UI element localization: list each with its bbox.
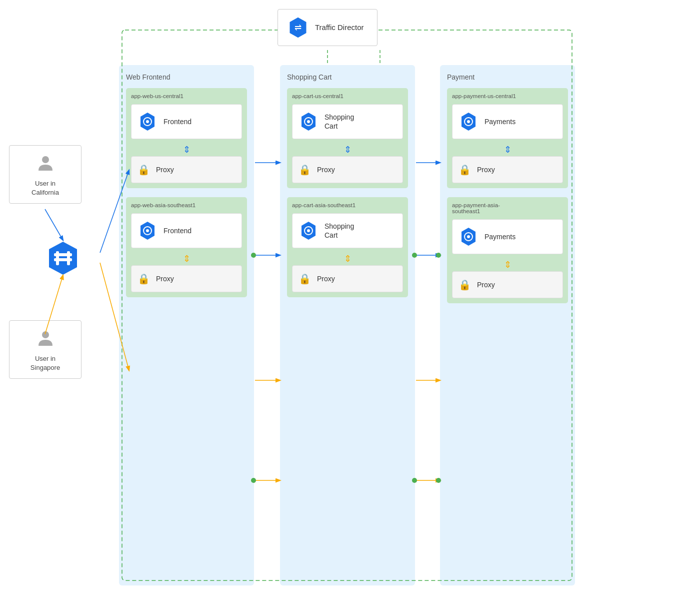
cart-asia-arrow: ⇕ xyxy=(292,252,403,265)
svg-text:⇌: ⇌ xyxy=(294,23,302,32)
proxy-cart-us-box: 🔒 Proxy xyxy=(292,156,403,183)
proxy-web-us-box: 🔒 Proxy xyxy=(131,156,242,183)
svg-point-20 xyxy=(307,229,310,232)
web-frontend-us-service-box: Frontend xyxy=(131,104,242,139)
user-california-box: User inCalifornia xyxy=(9,145,82,204)
proxy-web-asia-label: Proxy xyxy=(156,275,174,283)
user-singapore-box: User inSingapore xyxy=(9,320,82,379)
proxy-payment-us-lock-icon: 🔒 xyxy=(458,164,471,176)
user-california-icon xyxy=(14,154,76,175)
payment-us-central1: app-payment-us-central1 Payments ⇕ 🔒 Pro… xyxy=(447,88,568,188)
proxy-payment-asia-lock-icon: 🔒 xyxy=(458,279,471,291)
traffic-director-box: ⇌ Traffic Director xyxy=(278,9,378,46)
web-frontend-asia-southeast1: app-web-asia-southeast1 Frontend ⇕ 🔒 Pro… xyxy=(126,197,247,297)
cart-us-label: app-cart-us-central1 xyxy=(292,93,403,99)
proxy-cart-asia-label: Proxy xyxy=(317,275,335,283)
payment-asia-southeast1: app-payment-asia-southeast1 Payments ⇕ 🔒… xyxy=(447,197,568,303)
traffic-director-label: Traffic Director xyxy=(315,23,364,33)
diagram-container: ⇌ Traffic Director User inCalifornia Use… xyxy=(0,0,700,598)
frontend-us-icon xyxy=(138,112,158,132)
svg-point-2 xyxy=(42,156,49,163)
payment-us-icon xyxy=(458,112,478,132)
proxy-payment-us-box: 🔒 Proxy xyxy=(452,156,563,183)
proxy-web-asia-box: 🔒 Proxy xyxy=(131,265,242,292)
payment-asia-arrow: ⇕ xyxy=(452,258,563,271)
svg-rect-8 xyxy=(67,251,70,265)
proxy-payment-asia-label: Proxy xyxy=(477,281,495,289)
cart-us-service-box: ShoppingCart xyxy=(292,104,403,139)
payment-us-label-text: Payments xyxy=(484,117,516,126)
web-frontend-column: Web Frontend app-web-us-central1 Fronten… xyxy=(119,65,254,585)
proxy-web-us-lock-icon: 🔒 xyxy=(138,164,150,176)
svg-point-26 xyxy=(467,235,470,238)
payment-us-service-box: Payments xyxy=(452,104,563,139)
cart-us-arrow: ⇕ xyxy=(292,143,403,156)
payment-asia-icon xyxy=(458,227,478,247)
user-singapore-icon xyxy=(14,329,76,350)
payment-title: Payment xyxy=(447,73,568,81)
proxy-payment-asia-box: 🔒 Proxy xyxy=(452,271,563,298)
payment-asia-label: app-payment-asia-southeast1 xyxy=(452,202,563,214)
load-balancer-icon xyxy=(45,240,81,278)
shopping-cart-title: Shopping Cart xyxy=(287,73,408,81)
proxy-web-asia-lock-icon: 🔒 xyxy=(138,273,150,285)
web-frontend-us-label: app-web-us-central1 xyxy=(131,93,242,99)
payment-asia-service-box: Payments xyxy=(452,219,563,254)
svg-point-3 xyxy=(42,331,49,338)
cart-asia-service-box: ShoppingCart xyxy=(292,213,403,248)
proxy-cart-us-lock-icon: 🔒 xyxy=(298,164,311,176)
svg-rect-7 xyxy=(56,251,59,265)
shopping-cart-column: Shopping Cart app-cart-us-central1 Shopp… xyxy=(280,65,415,585)
svg-point-17 xyxy=(307,120,310,123)
cart-us-central1: app-cart-us-central1 ShoppingCart ⇕ 🔒 Pr… xyxy=(287,88,408,188)
payment-asia-label-text: Payments xyxy=(484,232,516,241)
proxy-payment-us-label: Proxy xyxy=(477,166,495,174)
web-frontend-us-central1: app-web-us-central1 Frontend ⇕ 🔒 Proxy xyxy=(126,88,247,188)
proxy-web-us-label: Proxy xyxy=(156,166,174,174)
frontend-asia-arrow: ⇕ xyxy=(131,252,242,265)
proxy-cart-us-label: Proxy xyxy=(317,166,335,174)
frontend-us-label: Frontend xyxy=(164,117,192,126)
cart-asia-label-text: ShoppingCart xyxy=(324,222,354,240)
traffic-director-icon: ⇌ xyxy=(287,17,309,39)
frontend-asia-icon xyxy=(138,221,158,241)
proxy-cart-asia-lock-icon: 🔒 xyxy=(298,273,311,285)
web-frontend-asia-label: app-web-asia-southeast1 xyxy=(131,202,242,208)
payment-us-label: app-payment-us-central1 xyxy=(452,93,563,99)
payment-column: Payment app-payment-us-central1 Payments… xyxy=(440,65,575,585)
cart-us-label-text: ShoppingCart xyxy=(324,113,354,131)
payment-us-arrow: ⇕ xyxy=(452,143,563,156)
frontend-us-arrow: ⇕ xyxy=(131,143,242,156)
svg-point-11 xyxy=(146,120,149,123)
cart-us-icon xyxy=(298,112,318,132)
cart-asia-southeast1: app-cart-asia-southeast1 ShoppingCart ⇕ … xyxy=(287,197,408,297)
frontend-asia-label: Frontend xyxy=(164,226,192,235)
user-singapore-label: User inSingapore xyxy=(14,354,76,372)
proxy-cart-asia-box: 🔒 Proxy xyxy=(292,265,403,292)
cart-asia-label: app-cart-asia-southeast1 xyxy=(292,202,403,208)
cart-asia-icon xyxy=(298,221,318,241)
california-to-lb-arrow xyxy=(45,209,63,240)
svg-point-14 xyxy=(146,229,149,232)
svg-point-23 xyxy=(467,120,470,123)
web-frontend-asia-service-box: Frontend xyxy=(131,213,242,248)
user-california-label: User inCalifornia xyxy=(14,179,76,197)
web-frontend-title: Web Frontend xyxy=(126,73,247,81)
